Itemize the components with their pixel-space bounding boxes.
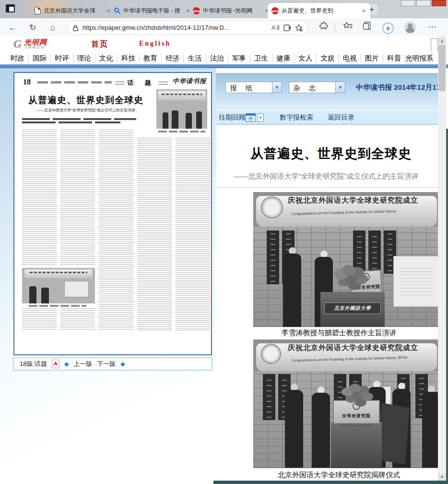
scroll-down-icon[interactable]: ▼ (438, 473, 446, 481)
page-dateline-placeholder (37, 81, 112, 84)
digital-search-link[interactable]: 数字报检索 (280, 113, 313, 122)
magazine-select[interactable]: 杂 志 ▼ (289, 82, 345, 93)
close-button[interactable] (432, 0, 446, 6)
nav-item[interactable]: 生活 (183, 54, 205, 63)
minimize-button[interactable] (401, 0, 415, 6)
browser-tab-active[interactable]: gmw 从普遍史、世界史到 × (268, 3, 370, 18)
photo-decor (267, 230, 279, 284)
article-panel: 报 纸 ▼ 杂 志 ▼ 中华读书报 2014年12月17日 星期三 往期回顾 ▼… (216, 68, 438, 484)
browser-tab[interactable]: 北京外国语大学全球 × (31, 3, 115, 18)
photo-decor (24, 269, 93, 278)
ie-mode-icon[interactable]: e (382, 23, 394, 35)
photo-banner-cn: 庆祝北京外国语大学全球史研究院成立 (288, 343, 418, 352)
chevron-down-icon[interactable]: ▼ (335, 82, 345, 93)
nav-item[interactable]: 教育 (139, 54, 161, 63)
nav-item[interactable]: 健康 (272, 54, 294, 63)
paper-dateline: 中华读书报 2014年12月17日 星期三 (356, 83, 438, 92)
article-photo-2: 庆祝北京外国语大学全球史研究院成立 Congratulations on the… (253, 339, 438, 468)
text-column (137, 138, 172, 331)
section-label: 话 题 (127, 79, 155, 87)
page-number: 18 (23, 78, 31, 86)
document-icon (35, 7, 41, 14)
scroll-up-icon[interactable]: ▲ (438, 37, 446, 45)
article-subtitle: ——北京外国语大学“全球史研究院”成立仪式上的主旨演讲 (221, 172, 432, 181)
photo-plant (349, 384, 361, 392)
back-button[interactable]: ← (7, 22, 18, 34)
photo-decor (361, 273, 370, 282)
paper-photo-middle (22, 268, 95, 303)
newspaper-page-thumbnail[interactable]: 18 话 题 中华读书报 从普遍史、世界史到全球史 ——北京外国语大学“全球史研… (13, 72, 212, 355)
photo-person (285, 384, 303, 468)
home-button[interactable]: ⌂ (47, 22, 59, 34)
byline-placeholder (22, 121, 120, 123)
photo-caption-2: 北京外国语大学全球史研究院揭牌仪式 (253, 471, 424, 480)
nav-item[interactable]: 光明报系 (405, 54, 433, 63)
nav-item[interactable]: 法治 (206, 54, 228, 63)
home-link[interactable]: 首页 (91, 39, 108, 49)
paper-photo-top (156, 89, 207, 129)
site-nav: 时政 国际 时评 理论 文化 科技 教育 经济 生活 法治 军事 卫生 健康 女… (0, 52, 438, 64)
plaque-text: 全球史研究院 (342, 413, 371, 418)
new-tab-button[interactable]: + (365, 4, 378, 15)
nav-item[interactable]: 科普 (383, 54, 405, 63)
maximize-button[interactable] (416, 0, 431, 6)
photo-caption-1: 李雪涛教授与腊碧士教授作主旨演讲 (253, 328, 424, 338)
back-to-toc-link[interactable]: 返回目录 (328, 113, 354, 122)
address-bar[interactable]: https://epaper.gmw.cn/zhdsb/html/2014-12… (67, 21, 308, 35)
next-page-link[interactable]: 下一版 (97, 360, 116, 368)
settings-menu-icon[interactable]: ⋯ (426, 22, 438, 34)
photo-decor (263, 374, 275, 420)
nav-item[interactable]: 女人 (294, 54, 316, 63)
favorites-hub-icon[interactable] (342, 22, 354, 34)
gmw-logo-sub: GMW.CN (25, 45, 44, 49)
chevron-down-icon[interactable]: ▼ (272, 82, 282, 93)
url-text: https://epaper.gmw.cn/zhdsb/html/2014-12… (83, 24, 268, 31)
prev-arrow-icon: ◆ (64, 361, 69, 367)
tab-title: 中华读书报电子版 - 搜 (123, 7, 182, 15)
photo-decor (64, 281, 89, 298)
pdf-icon[interactable] (52, 360, 59, 368)
add-favorite-icon[interactable] (295, 24, 303, 32)
magazine-select-value: 杂 志 (289, 82, 335, 93)
photo-podium (331, 422, 382, 468)
nav-item[interactable]: 电视 (339, 54, 361, 63)
plaque-text-en: INSTITUTE FOR GLOBAL HISTORY (341, 424, 372, 426)
paper-select[interactable]: 报 纸 ▼ (225, 82, 282, 93)
nav-item[interactable]: 国际 (28, 54, 50, 63)
nav-item[interactable]: 理论 (73, 54, 95, 63)
plaque-text: 全球史研究院 (352, 284, 380, 290)
lock-icon (72, 24, 79, 31)
photo-person (422, 386, 438, 468)
nav-item[interactable]: 军事 (228, 54, 250, 63)
photo-caption-placeholder (158, 131, 205, 133)
nav-item[interactable]: 卫生 (250, 54, 272, 63)
prev-page-link[interactable]: 上一版 (73, 360, 92, 368)
scrollbar-thumb[interactable] (438, 45, 446, 91)
immersive-reader-icon[interactable] (283, 24, 291, 31)
nav-item[interactable]: 文化 (95, 54, 117, 63)
nav-item[interactable]: 经济 (161, 54, 183, 63)
collections-icon[interactable] (361, 22, 373, 34)
tab-actions-button[interactable] (6, 4, 16, 14)
nav-item[interactable]: 图片 (361, 54, 383, 63)
tab-title: 中华读书报 -光明网 (203, 7, 261, 15)
gmw-logo[interactable]: G (13, 37, 22, 50)
page-scrollbar[interactable] (438, 36, 446, 481)
extensions-icon[interactable] (318, 22, 330, 34)
browser-tab[interactable]: gmw 中华读书报 -光明网 × (189, 3, 273, 18)
nav-item[interactable]: 文娱 (316, 54, 338, 63)
english-link[interactable]: English (139, 40, 171, 48)
calendar-icon[interactable] (246, 113, 256, 122)
text-column (22, 130, 57, 266)
read-aloud-icon[interactable]: A (271, 24, 280, 31)
profile-avatar[interactable] (404, 22, 416, 33)
browser-tab[interactable]: 中华读书报电子版 - 搜 × (110, 3, 194, 18)
nav-item[interactable]: 时政 (7, 54, 28, 63)
window-controls (401, 0, 446, 6)
nav-item[interactable]: 科技 (117, 54, 139, 63)
nav-item[interactable]: 时评 (50, 54, 72, 63)
archive-link[interactable]: 往期回顾 (219, 113, 246, 122)
search-icon (114, 7, 120, 14)
calendar-dropdown-icon[interactable]: ▼ (257, 113, 264, 122)
refresh-button[interactable]: ↻ (27, 22, 38, 34)
